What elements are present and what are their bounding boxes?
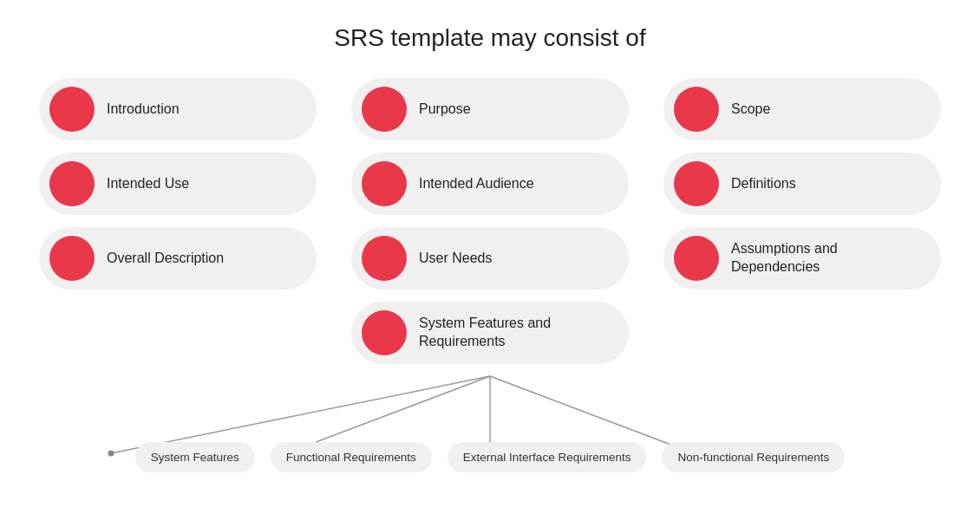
red-circle bbox=[362, 161, 407, 206]
page-title: SRS template may consist of bbox=[0, 0, 980, 78]
pill-label-scope: Scope bbox=[731, 101, 770, 119]
sub-pill-label-functional-requirements: Functional Requirements bbox=[286, 451, 416, 464]
pill-intended-audience: Intended Audience bbox=[351, 153, 629, 215]
pill-purpose: Purpose bbox=[351, 78, 629, 140]
pill-user-needs: User Needs bbox=[351, 227, 629, 290]
red-circle bbox=[674, 161, 719, 206]
pill-introduction: Introduction bbox=[39, 78, 317, 140]
sub-pill-label-system-features: System Features bbox=[151, 451, 239, 464]
pill-system-features-requirements: System Features andRequirements bbox=[351, 302, 629, 364]
sub-pill-system-features: System Features bbox=[135, 442, 255, 472]
red-circle bbox=[674, 87, 719, 132]
pill-label-overall-description: Overall Description bbox=[107, 250, 224, 268]
pill-definitions: Definitions bbox=[663, 153, 941, 215]
pill-intended-use: Intended Use bbox=[39, 153, 317, 215]
pill-label-intended-use: Intended Use bbox=[107, 175, 189, 193]
sub-pill-non-functional: Non-functional Requirements bbox=[662, 442, 845, 472]
pill-label-introduction: Introduction bbox=[107, 101, 180, 119]
main-grid: Introduction Intended Use Overall Descri… bbox=[0, 78, 980, 290]
sub-pill-label-non-functional: Non-functional Requirements bbox=[677, 451, 829, 464]
bottom-section: System Features andRequirements System F… bbox=[0, 302, 980, 472]
pill-label-intended-audience: Intended Audience bbox=[419, 175, 534, 193]
red-circle bbox=[362, 310, 407, 355]
pill-scope: Scope bbox=[663, 78, 941, 140]
red-circle bbox=[49, 161, 95, 206]
pill-label-assumptions: Assumptions and Dependencies bbox=[731, 240, 925, 277]
red-circle bbox=[362, 87, 407, 132]
sub-pill-functional-requirements: Functional Requirements bbox=[271, 442, 432, 472]
pill-label-definitions: Definitions bbox=[731, 175, 796, 193]
red-circle bbox=[49, 236, 95, 281]
pill-overall-description: Overall Description bbox=[39, 227, 317, 290]
red-circle bbox=[362, 236, 407, 281]
sub-pill-label-external-interface: External Interface Requirements bbox=[463, 451, 631, 464]
column-1: Introduction Intended Use Overall Descri… bbox=[39, 78, 317, 290]
red-circle bbox=[49, 87, 95, 132]
column-2: Purpose Intended Audience User Needs bbox=[351, 78, 629, 290]
column-3: Scope Definitions Assumptions and Depend… bbox=[663, 78, 941, 290]
red-circle bbox=[674, 236, 719, 281]
pill-assumptions: Assumptions and Dependencies bbox=[663, 227, 941, 290]
sub-pill-external-interface: External Interface Requirements bbox=[448, 442, 647, 472]
pill-label-system-features-requirements: System Features andRequirements bbox=[419, 315, 551, 351]
pill-label-user-needs: User Needs bbox=[419, 250, 492, 268]
pill-label-purpose: Purpose bbox=[419, 101, 471, 119]
